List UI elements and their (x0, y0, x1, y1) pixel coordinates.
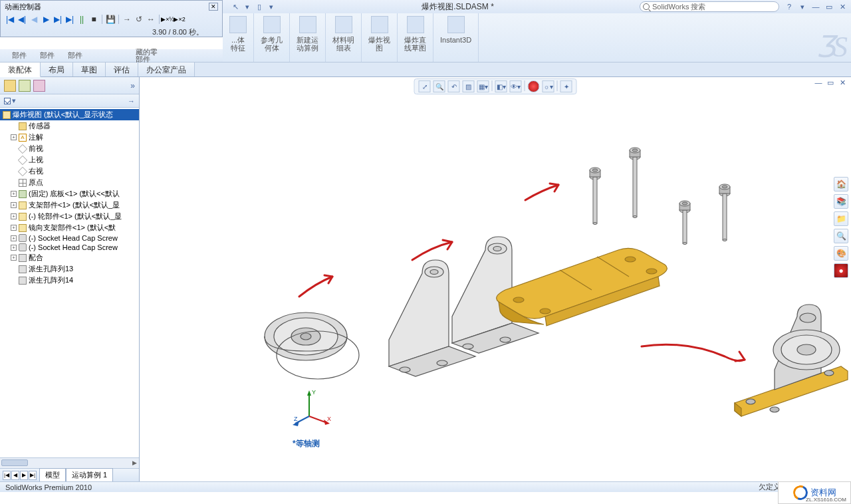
tree-item[interactable]: +(-) Socket Head Cap Screw (0, 243, 139, 252)
custom-props-icon[interactable]: ● (834, 263, 848, 278)
viewport-restore-icon[interactable]: ▭ (826, 78, 835, 88)
tree-item[interactable]: +(固定) 底板<1> (默认<<默认 (0, 188, 139, 199)
tree-item[interactable]: 前视 (0, 143, 139, 154)
expand-icon[interactable]: + (11, 134, 17, 140)
tree-item[interactable]: +配合 (0, 252, 139, 263)
dropdown-icon[interactable]: ▾ (798, 2, 807, 11)
ribbon-group-refgeom[interactable]: 参考几 何体 (254, 13, 290, 62)
ribbon-group-explodeline[interactable]: 爆炸直 线草图 (398, 13, 433, 62)
graphics-viewport[interactable]: ⤢ 🔍 ↶ ▨ ▦▾ ◧▾ 👁▾ ☼▾ ✦ — ▭ ✕ 🏠 📚 📁 🔍 🎨 ● … (140, 77, 851, 481)
expand-icon[interactable]: + (11, 235, 17, 241)
half-speed-icon[interactable]: ▶×½ (162, 14, 173, 25)
file-explorer-icon[interactable]: 📁 (834, 211, 848, 226)
step-back-icon[interactable]: ◀| (17, 14, 27, 25)
loop-once-icon[interactable]: → (122, 14, 132, 25)
animation-controller-window[interactable]: 动画控制器 ✕ |◀ ◀| ◀ ▶ ▶| ▶| || ■ 💾 → ↺ ↔ ▶×½… (0, 0, 223, 37)
pingpong-icon[interactable]: ↔ (146, 14, 156, 25)
expand-icon[interactable]: + (11, 213, 17, 219)
tree-item[interactable]: +镜向支架部件<1> (默认<默 (0, 222, 139, 233)
tree-item[interactable]: 右视 (0, 166, 139, 177)
hide-show-icon[interactable]: 👁▾ (510, 80, 522, 92)
tab-office[interactable]: 办公室产品 (138, 63, 195, 76)
tree-item[interactable]: +(-) Socket Head Cap Screw (0, 233, 139, 243)
tab-evaluate[interactable]: 评估 (106, 63, 138, 76)
appearances-icon[interactable]: 🎨 (834, 246, 848, 261)
home-icon[interactable]: 🏠 (834, 177, 848, 191)
viewport-minimize-icon[interactable]: — (814, 78, 823, 88)
viewport-close-icon[interactable]: ✕ (838, 78, 847, 88)
tree-hscrollbar[interactable]: ◀ ▶ (0, 457, 139, 468)
section-view-icon[interactable]: ▨ (463, 80, 475, 92)
close-icon[interactable]: ✕ (838, 2, 847, 11)
skip-end-icon[interactable]: ▶| (64, 14, 75, 25)
display-style-icon[interactable]: ◧▾ (495, 80, 507, 92)
clipboard-icon[interactable]: ▯ (255, 2, 264, 11)
tab-nav-prev-icon[interactable]: ◀ (11, 471, 19, 480)
tree-item[interactable]: +支架部件<1> (默认<默认_显 (0, 199, 139, 211)
scroll-thumb[interactable] (1, 459, 28, 466)
view-orientation-icon[interactable]: ▦▾ (477, 80, 489, 92)
minimize-icon[interactable]: — (811, 2, 820, 11)
maximize-icon[interactable]: ▭ (824, 2, 834, 11)
zoom-area-icon[interactable]: 🔍 (433, 80, 445, 92)
property-manager-icon[interactable] (19, 80, 31, 92)
search-input[interactable]: SolidWorks 搜索 (640, 1, 779, 12)
view-palette-icon[interactable]: 🔍 (834, 229, 848, 243)
skip-start-icon[interactable]: |◀ (5, 14, 15, 25)
zoom-fit-icon[interactable]: ⤢ (419, 80, 431, 92)
expand-icon[interactable]: + (11, 245, 17, 251)
configuration-manager-icon[interactable] (33, 80, 45, 92)
design-library-icon[interactable]: 📚 (834, 194, 848, 209)
help-icon[interactable]: ? (785, 2, 794, 11)
scene-icon[interactable]: ☼▾ (543, 80, 554, 92)
tree-item[interactable]: +A注解 (0, 132, 139, 143)
expand-icon[interactable]: + (11, 191, 17, 197)
tree-item[interactable]: 上视 (0, 154, 139, 166)
ribbon-group-instant3d[interactable]: Instant3D (433, 13, 479, 62)
tree-item[interactable]: 派生孔阵列14 (0, 275, 139, 286)
cursor-tool-icon[interactable]: ↖ (231, 2, 240, 11)
tab-model[interactable]: 模型 (39, 468, 66, 482)
save-animation-icon[interactable]: 💾 (105, 14, 116, 25)
tab-sketch[interactable]: 草图 (73, 63, 106, 76)
feature-tree[interactable]: 爆炸视图 (默认<默认_显示状态 传感器+A注解前视上视右视原点+(固定) 底板… (0, 108, 139, 457)
plane-icon (18, 166, 27, 176)
tree-item[interactable]: 派生孔阵列13 (0, 263, 139, 275)
previous-view-icon[interactable]: ↶ (448, 80, 460, 92)
dropdown-icon[interactable]: ▾ (267, 2, 276, 11)
play-icon[interactable]: ▶ (41, 14, 51, 25)
appearance-icon[interactable] (528, 80, 540, 92)
tab-nav-next-icon[interactable]: ▶ (20, 471, 28, 480)
scroll-right-icon[interactable]: ▶ (130, 458, 139, 467)
loop-icon[interactable]: ↺ (134, 14, 144, 25)
play-back-icon[interactable]: ◀ (29, 14, 39, 25)
ribbon-group-motion[interactable]: 新建运 动算例 (290, 13, 326, 62)
expand-icon[interactable]: + (11, 225, 17, 231)
tree-item[interactable]: 传感器 (0, 120, 139, 132)
close-icon[interactable]: ✕ (209, 3, 218, 11)
step-forward-icon[interactable]: ▶| (53, 14, 63, 25)
filter-dropdown[interactable]: ▾ (4, 96, 16, 105)
tree-item[interactable]: +(-) 轮部件<1> (默认<默认_显 (0, 211, 139, 222)
tab-nav-first-icon[interactable]: |◀ (3, 471, 11, 480)
tab-assembly[interactable]: 装配体 (0, 63, 41, 77)
ribbon-group-exploded[interactable]: 爆炸视 图 (362, 13, 398, 62)
expand-icon[interactable]: + (11, 202, 17, 208)
expand-icon[interactable]: + (11, 255, 17, 261)
panel-flyout-icon[interactable]: » (130, 81, 135, 90)
tab-nav-last-icon[interactable]: ▶| (29, 471, 37, 480)
tree-root[interactable]: 爆炸视图 (默认<默认_显示状态 (0, 109, 139, 120)
dropdown-icon[interactable]: ▾ (243, 2, 252, 11)
tab-motion-study-1[interactable]: 运动算例 1 (66, 468, 113, 482)
filter-flyout-icon[interactable]: → (128, 97, 135, 105)
ribbon-group-bom[interactable]: 材料明 细表 (326, 13, 362, 62)
feature-tree-icon[interactable] (4, 80, 16, 92)
render-icon[interactable]: ✦ (560, 80, 572, 92)
tree-item-label: 支架部件<1> (默认<默认_显 (29, 200, 120, 210)
pause-icon[interactable]: || (76, 14, 87, 25)
tree-item[interactable]: 原点 (0, 177, 139, 188)
tab-layout[interactable]: 布局 (41, 63, 73, 76)
stop-icon[interactable]: ■ (88, 14, 99, 25)
ribbon-group-features[interactable]: ...体 特征 (223, 13, 254, 62)
double-speed-icon[interactable]: ▶×2 (174, 14, 185, 25)
